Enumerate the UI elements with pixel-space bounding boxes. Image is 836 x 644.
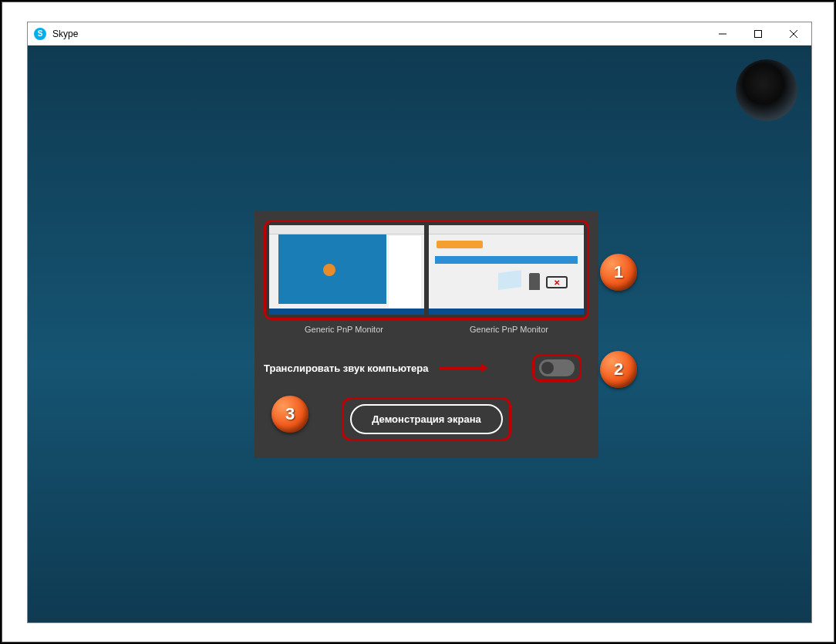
close-button[interactable]: [776, 22, 811, 46]
callout-2: 2: [600, 351, 637, 388]
callout-1: 1: [600, 254, 637, 291]
monitor-option-1[interactable]: [269, 225, 424, 315]
action-row: Демонстрация экрана: [264, 397, 589, 441]
skype-icon: S: [34, 28, 46, 40]
monitor-option-2[interactable]: [429, 225, 584, 315]
svg-marker-5: [480, 363, 488, 373]
monitor-labels: Generic PnP Monitor Generic PnP Monitor: [264, 325, 589, 334]
callout-3: 3: [271, 396, 308, 433]
audio-toggle-highlight: [532, 354, 581, 382]
titlebar: S Skype: [28, 22, 811, 46]
share-button-highlight: Демонстрация экрана: [342, 397, 511, 441]
call-background: Generic PnP Monitor Generic PnP Monitor …: [28, 46, 811, 622]
minimize-button[interactable]: [705, 22, 740, 46]
monitor-label-1: Generic PnP Monitor: [264, 325, 424, 334]
audio-toggle[interactable]: [539, 359, 575, 376]
svg-rect-1: [755, 30, 762, 37]
audio-toggle-row: Транслировать звук компьютера: [264, 354, 589, 382]
share-screen-button[interactable]: Демонстрация экрана: [350, 404, 503, 434]
toggle-knob: [541, 362, 554, 374]
maximize-button[interactable]: [740, 22, 776, 46]
arrow-icon: [439, 362, 488, 374]
audio-toggle-label: Транслировать звук компьютера: [264, 362, 428, 374]
window-title: Skype: [52, 29, 78, 39]
monitor-label-2: Generic PnP Monitor: [429, 325, 589, 334]
app-window: S Skype: [27, 22, 812, 623]
avatar[interactable]: [736, 59, 797, 121]
monitor-selection-highlight: [264, 220, 589, 320]
